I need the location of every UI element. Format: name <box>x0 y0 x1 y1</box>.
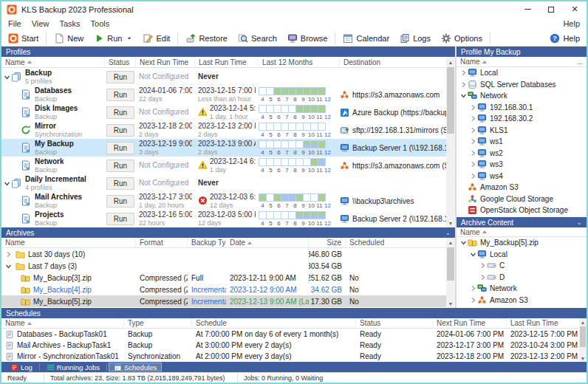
profile-row[interactable]: Databases Backup Run2024-01-06 7:00 PM22… <box>1 86 455 103</box>
archives-col-scheduled[interactable]: Scheduled <box>346 238 455 247</box>
schedule-row[interactable]: Mirror - SynchronizationTask01 Synchroni… <box>1 351 587 362</box>
profile-row[interactable]: Mirror Synchronization Run2023-12-18 2:0… <box>1 121 455 139</box>
expand-chevron-icon[interactable] <box>469 103 477 112</box>
run-button[interactable]: Run <box>106 177 134 190</box>
expand-chevron-icon[interactable] <box>459 69 468 77</box>
toolbar-restore-button[interactable]: Restore <box>180 30 233 47</box>
schedules-col-schedule[interactable]: Schedule <box>192 318 356 328</box>
maximize-button[interactable] <box>539 1 563 17</box>
profile-group-row[interactable]: Daily Incremental 4 profiles RunNot Conf… <box>1 174 455 192</box>
run-button[interactable]: Run <box>106 106 134 119</box>
archive-row[interactable]: Last 7 days (3) 303.54 GB <box>1 260 455 272</box>
archive-tree-item[interactable]: D <box>457 272 587 284</box>
archive-tree-item[interactable]: Network <box>457 283 587 295</box>
archives-col-format[interactable]: Format <box>136 238 188 247</box>
profile-tree-more-button[interactable]: ... <box>573 57 587 66</box>
toolbar-calendar-button[interactable]: Calendar <box>338 30 394 47</box>
profile-tree-item[interactable]: KLS1 <box>457 125 587 137</box>
profile-group-row[interactable]: Backup 5 profiles RunNot ConfiguredNever <box>1 68 455 86</box>
archive-row[interactable]: Last 30 days (10) 346.80 GB <box>1 248 455 260</box>
expand-chevron-icon[interactable] <box>479 273 487 281</box>
menu-file[interactable]: File <box>3 18 27 29</box>
schedules-col-next-run-time[interactable]: Next Run Time <box>433 318 507 328</box>
run-button[interactable]: Run <box>106 71 134 83</box>
profile-tree-item[interactable]: Amazon S3 <box>457 182 587 193</box>
run-dropdown-icon[interactable] <box>126 35 132 41</box>
profiles-col-status[interactable]: Status <box>105 57 136 67</box>
bottom-tab-log[interactable]: Log <box>5 363 38 371</box>
collapse-chevron-icon[interactable] <box>459 239 468 247</box>
archives-col-date[interactable]: Date <box>226 238 309 247</box>
minimize-button[interactable] <box>516 1 539 17</box>
profile-tree-item[interactable]: Google Cloud Storage <box>457 193 587 205</box>
toolbar-logs-button[interactable]: Logs <box>394 30 436 47</box>
collapse-chevron-icon[interactable] <box>459 92 468 100</box>
profiles-col-next-run-time[interactable]: Next Run Time <box>136 57 195 67</box>
expand-chevron-icon[interactable] <box>469 149 477 157</box>
bottom-tab-schedules[interactable]: Schedules <box>109 363 162 371</box>
archive-row[interactable]: My_Backup[3].zip Compressed (Zip) Full 2… <box>1 272 455 284</box>
run-button[interactable]: Run <box>106 195 134 208</box>
archives-collapse-icon[interactable]: ⌄ <box>445 229 451 236</box>
menu-tools[interactable]: Tools <box>86 18 115 29</box>
schedules-col-status[interactable]: Status <box>356 318 433 328</box>
profile-tree-item[interactable]: Local <box>457 67 587 79</box>
expand-chevron-icon[interactable] <box>4 250 13 258</box>
profile-tree-item[interactable]: ws4 <box>457 171 587 182</box>
profile-tree-item[interactable]: ws3 <box>457 159 587 171</box>
profile-row[interactable]: My Backup Backup Run2023-12-19 9:00 AM3 … <box>1 139 455 157</box>
collapse-chevron-icon[interactable] <box>469 250 477 258</box>
expand-chevron-icon[interactable] <box>469 284 477 292</box>
run-button[interactable]: Run <box>106 213 134 225</box>
profiles-col-destination[interactable]: Destination <box>340 57 455 67</box>
expand-chevron-icon[interactable] <box>469 126 477 134</box>
archive-tree-name-header[interactable]: Name <box>457 227 587 236</box>
archive-row[interactable]: My_Backup[5].zip Compressed (Zip) Increm… <box>1 295 455 307</box>
profile-tree-item[interactable]: OpenStack Object Storage <box>457 205 587 216</box>
toolbar-help-button[interactable]: ?Help <box>544 30 585 47</box>
expand-chevron-icon[interactable] <box>469 160 477 168</box>
toolbar-new-button[interactable]: New <box>49 30 89 47</box>
run-button[interactable]: Run <box>106 124 134 137</box>
close-button[interactable]: ✕ <box>563 1 587 17</box>
profile-row[interactable]: Mail Archives Backup Run2023-12-17 3:00 … <box>1 192 455 210</box>
profiles-col-last-12-months[interactable]: Last 12 Months <box>259 57 340 67</box>
schedule-row[interactable]: Mail Archives - BackupTask1 Backup At 3:… <box>1 340 587 351</box>
archives-scrollbar[interactable]: ▲ ▼ <box>446 238 455 308</box>
schedules-col-type[interactable]: Type <box>124 318 192 328</box>
expand-chevron-icon[interactable] <box>469 296 477 304</box>
profile-tree-item[interactable]: SQL Server Databases <box>457 79 587 91</box>
collapse-chevron-icon[interactable] <box>4 262 13 270</box>
collapse-chevron-icon[interactable] <box>3 73 11 81</box>
archive-tree-item[interactable]: Local <box>457 249 587 261</box>
run-button[interactable]: Run <box>106 160 134 172</box>
toolbar-run-button[interactable]: Run <box>89 30 137 47</box>
archives-col-backup-type[interactable]: Backup Type <box>188 238 226 247</box>
profile-row[interactable]: Projects Backup Run2023-12-16 5:00 PM22 … <box>1 210 455 227</box>
menu-view[interactable]: View <box>27 18 55 29</box>
expand-chevron-icon[interactable] <box>479 261 487 270</box>
run-button[interactable]: Run <box>106 89 134 101</box>
toolbar-options-button[interactable]: Options <box>436 30 488 47</box>
profile-tree-item[interactable]: ws2 <box>457 148 587 160</box>
profile-tree-item[interactable]: 192.168.30.1 <box>457 102 587 114</box>
profile-row[interactable]: Network Backup RunNot Configured2023-12-… <box>1 157 455 174</box>
expand-chevron-icon[interactable] <box>469 137 477 145</box>
archive-tree-item[interactable]: C <box>457 260 587 272</box>
profile-row[interactable]: Disk Images Backup RunNot Configured2023… <box>1 103 455 121</box>
toolbar-edit-button[interactable]: Edit <box>137 30 175 47</box>
profile-tree-item[interactable]: 192.168.30.2 <box>457 113 587 125</box>
expand-chevron-icon[interactable] <box>459 80 468 89</box>
archive-tree-item[interactable]: My_Backup[5].zip <box>457 237 587 249</box>
collapse-chevron-icon[interactable] <box>3 179 11 188</box>
menu-tasks[interactable]: Tasks <box>54 18 85 29</box>
schedule-row[interactable]: Databases - BackupTask01 Backup At 7:00:… <box>1 329 587 340</box>
expand-chevron-icon[interactable] <box>469 114 477 123</box>
profiles-col-name[interactable]: Name <box>1 57 105 67</box>
profile-tree-name-header[interactable]: Name <box>457 57 573 66</box>
toolbar-search-button[interactable]: Search <box>233 30 282 47</box>
archives-col-name[interactable]: Name <box>1 238 136 247</box>
profile-tree-item[interactable]: Network <box>457 90 587 102</box>
archive-content-collapse-icon[interactable]: ⌄ <box>576 219 582 226</box>
menu-help[interactable]: Help <box>558 18 585 29</box>
